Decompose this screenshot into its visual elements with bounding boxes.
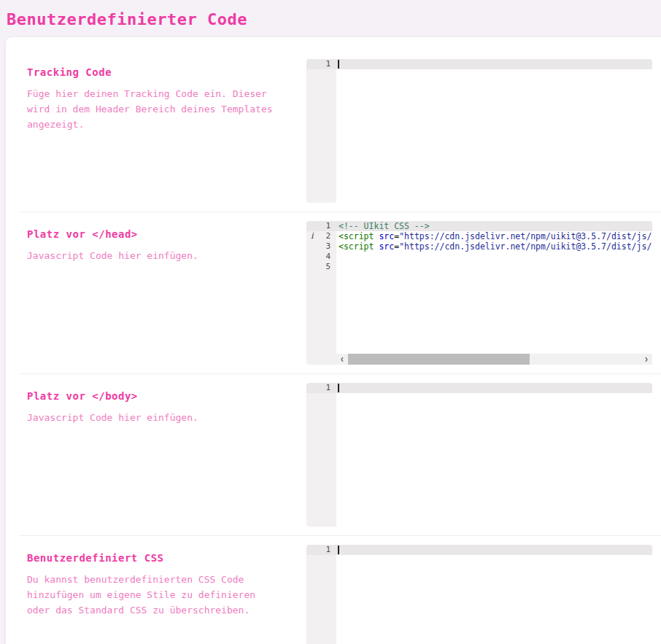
code-token: <script bbox=[339, 231, 374, 241]
line-number: 3 bbox=[306, 241, 336, 252]
code-line: <!-- UIkit CSS --> bbox=[336, 221, 652, 231]
code-token: src bbox=[379, 231, 394, 241]
section-text-column: Platz vor </body> Javascript Code hier e… bbox=[6, 383, 306, 527]
page-title: Benutzerdefinierter Code bbox=[7, 10, 661, 28]
code-line bbox=[336, 383, 652, 393]
line-number: 1 bbox=[306, 383, 336, 393]
code-line: <script src="https://cdn.jsdelivr.net/np… bbox=[336, 241, 652, 252]
code-area bbox=[336, 59, 652, 203]
custom-code-card: Tracking Code Füge hier deinen Tracking … bbox=[6, 37, 661, 644]
section-description: Du kannst benutzerdefinierten CSS Code h… bbox=[27, 572, 279, 618]
scroll-left-arrow-icon[interactable]: ❮ bbox=[336, 354, 348, 365]
code-editor-tracking-code[interactable]: 1 bbox=[306, 59, 652, 203]
horizontal-scrollbar[interactable]: ❮❯ bbox=[336, 354, 652, 365]
lint-info-icon: i bbox=[311, 231, 314, 241]
code-line bbox=[336, 252, 652, 262]
code-token: src bbox=[379, 241, 394, 252]
line-number-gutter: 1i2345 bbox=[306, 221, 336, 365]
code-area bbox=[336, 383, 652, 527]
code-area bbox=[336, 545, 652, 644]
section-custom-css: Benutzerdefiniert CSS Du kannst benutzer… bbox=[6, 536, 661, 644]
section-before-body: Platz vor </body> Javascript Code hier e… bbox=[6, 374, 661, 535]
section-title: Benutzerdefiniert CSS bbox=[27, 552, 306, 564]
line-number: 4 bbox=[306, 252, 336, 262]
scrollbar-track[interactable] bbox=[348, 354, 641, 365]
code-token: <!-- UIkit CSS --> bbox=[339, 221, 430, 231]
section-title: Tracking Code bbox=[27, 66, 306, 78]
section-title: Platz vor </body> bbox=[27, 390, 306, 402]
code-token: <script bbox=[339, 241, 374, 252]
section-before-head: Platz vor </head> Javascript Code hier e… bbox=[6, 212, 661, 373]
section-tracking-code: Tracking Code Füge hier deinen Tracking … bbox=[6, 50, 661, 212]
section-description: Javascript Code hier einfügen. bbox=[27, 248, 279, 263]
line-number: 1 bbox=[306, 59, 336, 69]
section-text-column: Benutzerdefiniert CSS Du kannst benutzer… bbox=[6, 545, 306, 644]
text-cursor bbox=[338, 60, 339, 69]
code-line bbox=[336, 545, 652, 555]
code-editor-before-body[interactable]: 1 bbox=[306, 383, 652, 527]
line-number-gutter: 1 bbox=[306, 59, 336, 203]
code-line bbox=[336, 262, 652, 272]
code-area: <!-- UIkit CSS --><script src="https://c… bbox=[336, 221, 652, 365]
scrollbar-thumb[interactable] bbox=[348, 354, 530, 365]
scroll-right-arrow-icon[interactable]: ❯ bbox=[641, 354, 652, 365]
line-number: i2 bbox=[306, 231, 336, 241]
code-editor-before-head[interactable]: 1i2345<!-- UIkit CSS --><script src="htt… bbox=[306, 221, 652, 365]
section-title: Platz vor </head> bbox=[27, 228, 306, 240]
line-number-gutter: 1 bbox=[306, 545, 336, 644]
text-cursor bbox=[338, 546, 339, 554]
line-number: 5 bbox=[306, 262, 336, 272]
code-token: "https://cdn.jsdelivr.net/npm/uikit@3.5.… bbox=[399, 231, 652, 241]
code-line: <script src="https://cdn.jsdelivr.net/np… bbox=[336, 231, 652, 241]
section-description: Javascript Code hier einfügen. bbox=[27, 410, 279, 425]
section-description: Füge hier deinen Tracking Code ein. Dies… bbox=[27, 86, 279, 132]
code-editor-custom-css[interactable]: 1 bbox=[306, 545, 652, 644]
line-number-gutter: 1 bbox=[306, 383, 336, 527]
code-token: "https://cdn.jsdelivr.net/npm/uikit@3.5.… bbox=[399, 241, 652, 252]
line-number: 1 bbox=[306, 221, 336, 231]
code-line bbox=[336, 59, 652, 69]
line-number: 1 bbox=[306, 545, 336, 555]
section-text-column: Tracking Code Füge hier deinen Tracking … bbox=[6, 59, 306, 203]
section-text-column: Platz vor </head> Javascript Code hier e… bbox=[6, 221, 306, 365]
text-cursor bbox=[338, 384, 339, 392]
